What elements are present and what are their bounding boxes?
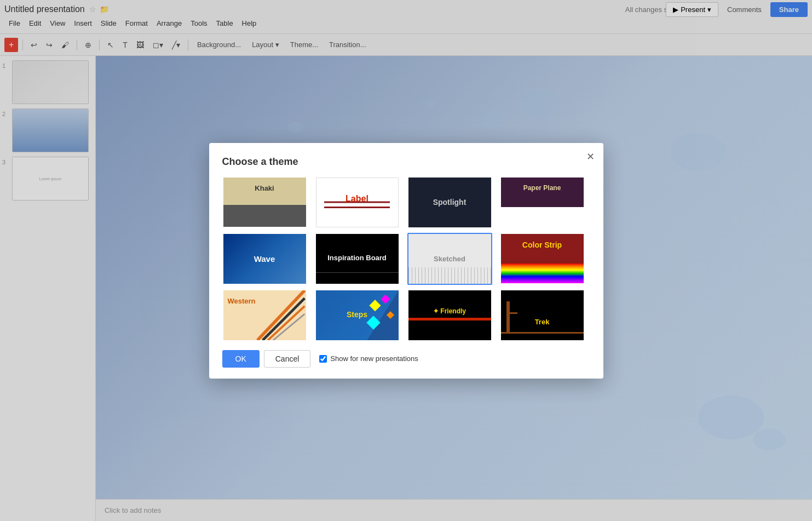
theme-card-khaki[interactable]: Khaki bbox=[222, 176, 307, 228]
theme-card-western[interactable]: Western bbox=[222, 289, 307, 341]
theme-name-khaki: Khaki bbox=[223, 184, 306, 192]
colorstrip-strips bbox=[501, 264, 584, 283]
theme-name-inspiration: Inspiration Board bbox=[316, 254, 399, 262]
svg-rect-5 bbox=[369, 300, 381, 311]
theme-card-colorstrip[interactable]: Color Strip bbox=[500, 233, 585, 285]
theme-name-trek: Trek bbox=[501, 318, 584, 326]
friendly-line bbox=[408, 318, 491, 320]
paperplane-top bbox=[501, 178, 584, 208]
theme-name-spotlight: Spotlight bbox=[408, 198, 491, 207]
theme-name-steps: Steps bbox=[316, 310, 399, 319]
khaki-bottom bbox=[223, 205, 306, 227]
paperplane-bottom bbox=[501, 207, 584, 227]
dialog-footer: OK Cancel Show for new presentations bbox=[222, 350, 590, 368]
theme-card-steps[interactable]: Steps bbox=[315, 289, 400, 341]
inspiration-line bbox=[316, 272, 399, 273]
ok-button[interactable]: OK bbox=[222, 350, 260, 368]
theme-card-friendly[interactable]: ✦ Friendly bbox=[407, 289, 492, 341]
label-line-2 bbox=[324, 207, 390, 208]
dialog-title: Choose a theme bbox=[222, 156, 590, 168]
svg-rect-6 bbox=[381, 294, 390, 304]
trek-bar-2 bbox=[506, 312, 517, 314]
theme-card-spotlight[interactable]: Spotlight bbox=[407, 176, 492, 228]
theme-name-western: Western bbox=[228, 297, 256, 305]
choose-theme-dialog: Choose a theme ✕ Khaki Label Spotlight bbox=[209, 143, 603, 379]
theme-card-wave[interactable]: Wave bbox=[222, 233, 307, 285]
theme-card-paperplane[interactable]: Paper Plane bbox=[500, 176, 585, 228]
theme-name-wave: Wave bbox=[223, 254, 306, 264]
theme-name-friendly: ✦ Friendly bbox=[408, 307, 491, 315]
sketched-dots bbox=[408, 267, 491, 284]
show-for-new-checkbox[interactable] bbox=[319, 355, 327, 363]
theme-card-label[interactable]: Label bbox=[315, 176, 400, 228]
dialog-close-button[interactable]: ✕ bbox=[586, 152, 595, 162]
theme-card-inspiration[interactable]: Inspiration Board bbox=[315, 233, 400, 285]
trek-line bbox=[501, 332, 584, 334]
theme-name-sketched: Sketched bbox=[408, 255, 491, 263]
theme-grid: Khaki Label Spotlight Paper Plane bbox=[222, 176, 590, 341]
theme-name-paperplane: Paper Plane bbox=[501, 184, 584, 192]
theme-card-sketched[interactable]: Sketched bbox=[407, 233, 492, 285]
show-for-new-label[interactable]: Show for new presentations bbox=[330, 354, 418, 363]
cancel-button[interactable]: Cancel bbox=[264, 350, 311, 368]
theme-card-trek[interactable]: Trek bbox=[500, 289, 585, 341]
theme-name-label: Label bbox=[316, 194, 399, 204]
dialog-overlay: Choose a theme ✕ Khaki Label Spotlight bbox=[0, 0, 812, 521]
western-stripes-svg bbox=[256, 290, 306, 340]
theme-name-colorstrip: Color Strip bbox=[501, 241, 584, 249]
show-for-new-area: Show for new presentations bbox=[319, 354, 418, 363]
